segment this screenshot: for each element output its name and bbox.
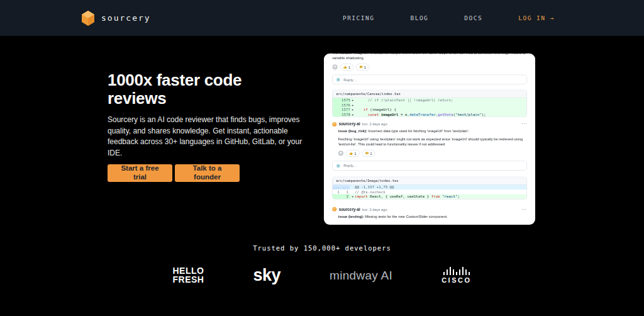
trusted-by-text: Trusted by 150,000+ developers <box>0 244 644 252</box>
thumbs-up-reaction: 1 <box>340 64 353 71</box>
review-intro-text: The variable 'imageUrl' is declared mult… <box>332 54 527 61</box>
reply-placeholder: Reply… <box>343 77 357 82</box>
brand[interactable]: sourcery <box>80 10 151 26</box>
diff-line: 1575 + // if (!plainText || !imageUrl) r… <box>333 98 527 102</box>
nav-links: PRICING BLOG DOCS LOG IN → <box>343 14 555 21</box>
thumbs-down-reaction: 1 <box>356 64 369 71</box>
diff-file-path: src/components/Canvas/index.tsx <box>333 90 527 98</box>
diff-file-image: src/components/Image/index.tsx ... ... @… <box>332 177 527 199</box>
diff-line: 1577 + if (imageUrl) { <box>333 107 527 111</box>
reply-avatar <box>336 163 341 168</box>
diff-line: 1 1 // @ts-nocheck <box>333 189 527 194</box>
reply-placeholder: Reply… <box>343 164 357 168</box>
kebab-menu-icon: ··· <box>522 121 527 127</box>
thumbs-down-reaction: 1 <box>362 150 375 157</box>
review-content: The variable 'imageUrl' is declared mult… <box>324 54 535 221</box>
reply-avatar <box>336 77 341 82</box>
sourcery-logo-icon <box>80 10 96 26</box>
page-title: 1000x faster code reviews <box>108 71 265 108</box>
reply-input: Reply… <box>332 75 527 84</box>
bot-comment: sourcery-ai bot 2 days ago ··· issue (bu… <box>332 121 527 157</box>
comment-author: sourcery-ai <box>339 207 360 212</box>
diff-file-path: src/components/Image/index.tsx <box>333 177 527 184</box>
comment-author: sourcery-ai <box>339 122 360 127</box>
thumbs-up-count: 1 <box>348 65 350 69</box>
thumbs-up-icon <box>349 151 353 155</box>
smiley-icon <box>332 64 338 70</box>
cisco-logo: CISCO <box>441 267 471 284</box>
top-navbar: sourcery PRICING BLOG DOCS LOG IN → <box>0 0 644 36</box>
bot-badge: bot <box>362 207 367 212</box>
bot-badge: bot <box>362 122 367 127</box>
thumbs-down-count: 1 <box>370 151 372 155</box>
nav-link-docs[interactable]: DOCS <box>464 14 482 21</box>
mindway-ai-logo: mindway AI <box>330 269 392 283</box>
thumbs-down-icon <box>359 65 363 69</box>
comment-header: sourcery-ai bot 2 days ago ··· <box>332 121 527 127</box>
reaction-row: 1 1 <box>332 64 527 71</box>
start-free-trial-button[interactable]: Start a free trial <box>108 164 172 182</box>
reaction-row: 1 1 <box>338 150 527 157</box>
comment-timestamp: 2 days ago <box>369 207 387 212</box>
bot-avatar <box>332 122 336 127</box>
thumbs-up-reaction: 1 <box>346 150 359 157</box>
sky-logo: sky <box>253 266 280 285</box>
diff-line: 1578 + const imageUrl = e.dataTransfer.g… <box>333 112 527 116</box>
diff-line: 2 + import React, { useRef, useState } f… <box>333 194 527 198</box>
issue-title: issue (bug_risk): Incorrect data type us… <box>338 128 527 133</box>
cta-row: Start a free trial Talk to a founder <box>108 164 240 182</box>
thumbs-up-icon <box>343 65 347 69</box>
brand-name: sourcery <box>101 13 151 23</box>
hellofresh-logo: HELLO FRESH <box>172 267 204 284</box>
issue-title: issue (testing): Missing tests for the n… <box>338 213 527 218</box>
issue-description: Fetching 'imageUrl' using 'text/plain' m… <box>338 136 527 147</box>
comment-body: issue (testing): Missing tests for the n… <box>332 213 527 218</box>
diff-hunk-header: ... ... @@ -1,157 +1,75 @@ <box>333 185 527 189</box>
kebab-menu-icon: ··· <box>522 206 527 212</box>
nav-link-pricing[interactable]: PRICING <box>343 14 375 21</box>
bot-comment: sourcery-ai bot 2 days ago ··· issue (te… <box>332 206 527 218</box>
comment-header: sourcery-ai bot 2 days ago ··· <box>332 206 527 212</box>
diff-line: 1576 + <box>333 103 527 107</box>
trusted-section: Trusted by 150,000+ developers HELLO FRE… <box>0 244 644 285</box>
nav-link-blog[interactable]: BLOG <box>410 14 428 21</box>
customer-logos: HELLO FRESH sky mindway AI CISCO <box>0 266 644 285</box>
diff-file-canvas: src/components/Canvas/index.tsx 1575 + /… <box>332 90 527 117</box>
comment-body: issue (bug_risk): Incorrect data type us… <box>332 128 527 157</box>
bot-avatar <box>332 207 336 212</box>
login-link[interactable]: LOG IN → <box>518 14 555 21</box>
cisco-bars-icon <box>443 267 470 275</box>
hero-description: Sourcery is an AI code reviewer that fin… <box>108 115 310 159</box>
comment-timestamp: 2 days ago <box>369 122 387 127</box>
smiley-icon <box>338 150 344 156</box>
thumbs-down-icon <box>365 151 369 155</box>
talk-to-founder-button[interactable]: Talk to a founder <box>175 164 240 182</box>
thumbs-up-count: 1 <box>354 151 356 155</box>
reply-input: Reply… <box>332 161 527 171</box>
code-review-screenshot: The variable 'imageUrl' is declared mult… <box>324 54 535 225</box>
thumbs-down-count: 1 <box>364 65 366 69</box>
